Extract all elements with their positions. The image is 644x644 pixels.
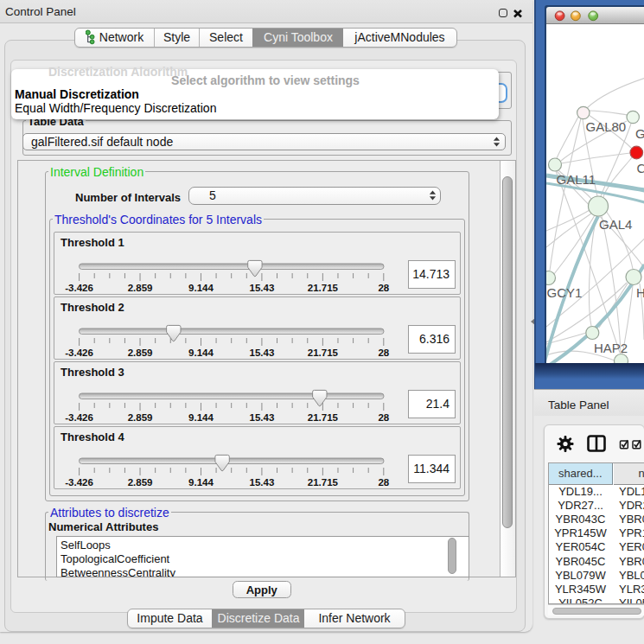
svg-text:15.43: 15.43 xyxy=(250,412,275,423)
svg-text:21.715: 21.715 xyxy=(308,348,339,358)
svg-text:2.859: 2.859 xyxy=(128,477,153,488)
svg-text:CY: CY xyxy=(637,161,644,175)
svg-text:21.715: 21.715 xyxy=(308,283,339,293)
svg-text:15.43: 15.43 xyxy=(250,477,275,488)
svg-text:-3.426: -3.426 xyxy=(65,412,93,423)
svg-text:GA: GA xyxy=(635,125,644,140)
svg-text:GAL4: GAL4 xyxy=(599,216,632,231)
svg-text:2.859: 2.859 xyxy=(128,348,153,358)
svg-text:15.43: 15.43 xyxy=(250,348,275,358)
svg-text:28: 28 xyxy=(378,283,389,293)
svg-text:15.43: 15.43 xyxy=(250,283,275,293)
svg-text:9.144: 9.144 xyxy=(188,348,214,358)
svg-text:GCY1: GCY1 xyxy=(547,285,583,300)
svg-text:HA: HA xyxy=(636,284,644,299)
svg-text:-3.426: -3.426 xyxy=(65,283,93,293)
svg-text:9.144: 9.144 xyxy=(188,283,214,293)
svg-text:9.144: 9.144 xyxy=(188,477,214,488)
svg-text:2.859: 2.859 xyxy=(128,412,153,423)
svg-text:GAL80: GAL80 xyxy=(586,119,627,134)
svg-text:-3.426: -3.426 xyxy=(65,477,93,488)
svg-text:GAL11: GAL11 xyxy=(557,171,596,186)
svg-text:-3.426: -3.426 xyxy=(65,348,93,358)
svg-text:HAP2: HAP2 xyxy=(594,341,628,355)
svg-text:21.715: 21.715 xyxy=(308,412,339,423)
svg-text:9.144: 9.144 xyxy=(188,412,214,423)
svg-text:28: 28 xyxy=(378,348,389,358)
svg-text:21.715: 21.715 xyxy=(308,477,339,488)
svg-text:28: 28 xyxy=(378,477,389,488)
svg-text:2.859: 2.859 xyxy=(128,283,153,293)
svg-text:28: 28 xyxy=(378,412,389,423)
